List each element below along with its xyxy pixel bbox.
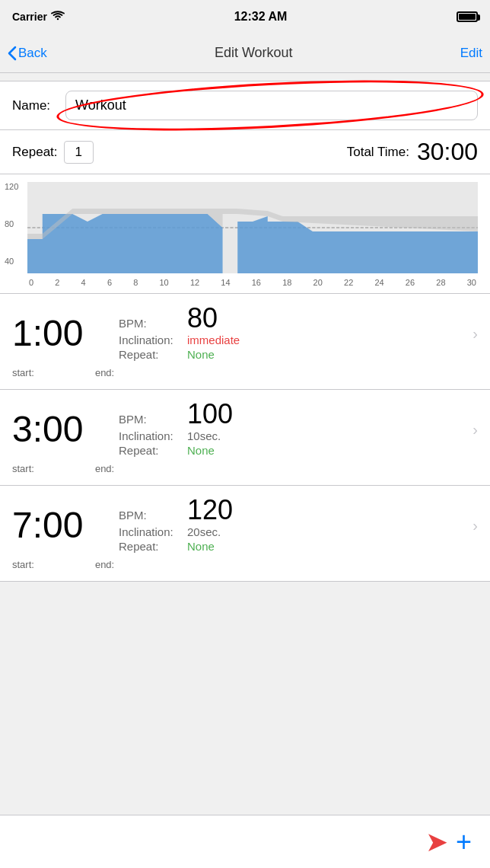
battery-icon (457, 11, 478, 22)
inclination-value-2: 10sec. (187, 429, 221, 442)
name-input[interactable] (65, 91, 478, 120)
x-label-18: 18 (282, 278, 291, 287)
bpm-label-1: BPM: (119, 317, 187, 330)
status-right-icons (457, 11, 478, 22)
inclination-row-1: Inclination: immediate (119, 333, 466, 346)
repeat-value-2: None (187, 444, 215, 457)
inclination-label-2: Inclination: (119, 429, 187, 442)
workout-item-2[interactable]: 3:00 BPM: 100 Inclination: 10sec. Repeat… (0, 390, 490, 486)
workout-item-1-row: 1:00 BPM: 80 Inclination: immediate Repe… (12, 305, 478, 362)
add-arrow-icon[interactable]: ➤ (425, 828, 448, 856)
repeat-label-3: Repeat: (119, 540, 187, 553)
x-label-24: 24 (374, 278, 383, 287)
bpm-value-3: 120 (187, 496, 233, 524)
repeat-row-1: Repeat: None (119, 348, 466, 361)
workout-details-1: BPM: 80 Inclination: immediate Repeat: N… (119, 305, 466, 362)
y-label-80: 80 (5, 219, 18, 228)
repeat-label-2: Repeat: (119, 444, 187, 457)
carrier-text: Carrier (12, 11, 65, 24)
chevron-icon-1: › (473, 325, 478, 343)
inclination-row-2: Inclination: 10sec. (119, 429, 466, 442)
start-end-row-1: start: end: (12, 367, 478, 378)
nav-bar: Back Edit Workout Edit (0, 34, 490, 73)
start-end-row-2: start: end: (12, 463, 478, 474)
chart-container: 120 80 40 0 2 (27, 182, 478, 289)
bpm-label-2: BPM: (119, 413, 187, 426)
repeat-section: Repeat: 1 Total Time: 30:00 (0, 130, 490, 174)
workout-duration-3: 7:00 (12, 507, 111, 544)
y-label-120: 120 (5, 182, 18, 191)
workout-details-3: BPM: 120 Inclination: 20sec. Repeat: Non… (119, 496, 466, 554)
carrier-label: Carrier (12, 11, 47, 23)
workout-item-1[interactable]: 1:00 BPM: 80 Inclination: immediate Repe… (0, 294, 490, 390)
chevron-icon-3: › (473, 517, 478, 535)
bpm-row-3: BPM: 120 (119, 496, 466, 524)
bpm-row-2: BPM: 100 (119, 400, 466, 428)
workout-item-3[interactable]: 7:00 BPM: 120 Inclination: 20sec. Repeat… (0, 486, 490, 582)
main-content: Name: Repeat: 1 Total Time: 30:00 120 80… (0, 81, 490, 643)
x-label-16: 16 (252, 278, 261, 287)
repeat-row-2: Repeat: None (119, 444, 466, 457)
status-bar: Carrier 12:32 AM (0, 0, 490, 34)
chart-section: 120 80 40 0 2 (0, 174, 490, 294)
repeat-value: 1 (64, 141, 94, 164)
name-section: Name: (0, 81, 490, 130)
repeat-value-3: None (187, 540, 215, 553)
bpm-value-2: 100 (187, 400, 233, 428)
bpm-label-3: BPM: (119, 509, 187, 522)
start-end-row-3: start: end: (12, 559, 478, 570)
x-label-4: 4 (81, 278, 86, 287)
start-label-3: start: (12, 559, 34, 570)
workout-details-2: BPM: 100 Inclination: 10sec. Repeat: Non… (119, 400, 466, 458)
repeat-value-1: None (187, 348, 215, 361)
x-label-14: 14 (221, 278, 230, 287)
inclination-value-1: immediate (187, 333, 240, 346)
chart-svg (27, 182, 478, 273)
total-time-label: Total Time: (347, 145, 409, 160)
x-label-28: 28 (436, 278, 445, 287)
x-label-22: 22 (344, 278, 353, 287)
end-label-3: end: (95, 559, 114, 570)
inclination-label-1: Inclination: (119, 333, 187, 346)
x-label-20: 20 (313, 278, 323, 287)
page-title: Edit Workout (215, 45, 293, 61)
bottom-bar: ➤ + (0, 815, 490, 868)
chart-y-labels: 120 80 40 (5, 182, 18, 266)
start-label-1: start: (12, 367, 34, 378)
workout-duration-1: 1:00 (12, 315, 111, 352)
inclination-row-3: Inclination: 20sec. (119, 525, 466, 538)
start-label-2: start: (12, 463, 34, 474)
x-label-30: 30 (467, 278, 476, 287)
end-label-1: end: (95, 367, 114, 378)
wifi-icon (51, 11, 65, 24)
x-label-0: 0 (29, 278, 33, 287)
workout-item-3-row: 7:00 BPM: 120 Inclination: 20sec. Repeat… (12, 496, 478, 554)
workout-duration-2: 3:00 (12, 411, 111, 448)
x-label-10: 10 (159, 278, 168, 287)
workout-item-2-row: 3:00 BPM: 100 Inclination: 10sec. Repeat… (12, 400, 478, 458)
repeat-label-1: Repeat: (119, 348, 187, 361)
repeat-label: Repeat: (12, 145, 58, 160)
y-label-40: 40 (5, 257, 18, 266)
x-label-26: 26 (406, 278, 415, 287)
name-input-wrapper (65, 91, 478, 120)
workout-list: 1:00 BPM: 80 Inclination: immediate Repe… (0, 294, 490, 582)
x-label-6: 6 (107, 278, 112, 287)
x-label-8: 8 (133, 278, 138, 287)
repeat-row-3: Repeat: None (119, 540, 466, 553)
time-display: 12:32 AM (234, 10, 288, 24)
x-label-12: 12 (190, 278, 199, 287)
chevron-icon-2: › (473, 421, 478, 439)
bpm-row-1: BPM: 80 (119, 305, 466, 332)
back-button[interactable]: Back (8, 46, 47, 61)
back-label: Back (18, 46, 47, 61)
name-label: Name: (12, 98, 58, 113)
end-label-2: end: (95, 463, 114, 474)
chart-x-labels: 0 2 4 6 8 10 12 14 16 18 20 22 24 26 28 … (27, 278, 478, 287)
edit-button[interactable]: Edit (460, 46, 482, 61)
x-label-2: 2 (55, 278, 59, 287)
back-chevron-icon (8, 46, 17, 61)
bpm-value-1: 80 (187, 305, 218, 332)
add-plus-button[interactable]: + (456, 828, 472, 856)
inclination-value-3: 20sec. (187, 525, 221, 538)
